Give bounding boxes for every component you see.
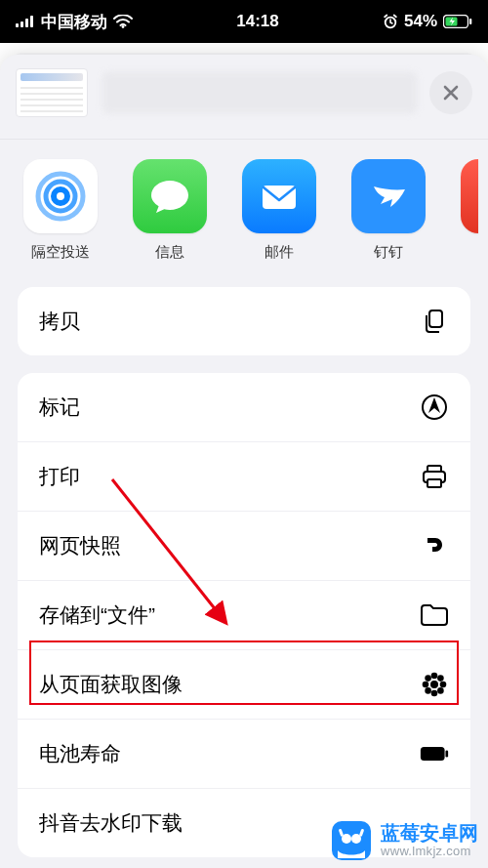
svg-point-24 — [437, 675, 444, 682]
flower-icon — [420, 670, 449, 699]
actions-group-2: 标记 打印 网页快照 存储到“文件” 从页面获取图像 — [18, 373, 470, 857]
share-sheet-header — [0, 55, 488, 140]
share-app-mail[interactable]: 邮件 — [242, 159, 316, 262]
action-copy[interactable]: 拷贝 — [18, 287, 470, 355]
airdrop-icon — [23, 159, 98, 233]
status-left: 中国移动 — [16, 11, 133, 33]
battery-icon — [443, 15, 472, 28]
share-app-label: 信息 — [155, 243, 184, 262]
share-app-more[interactable] — [461, 159, 478, 262]
action-label: 电池寿命 — [39, 740, 121, 767]
svg-point-23 — [425, 675, 431, 682]
svg-point-25 — [425, 687, 431, 694]
svg-rect-1 — [20, 21, 23, 27]
action-douyin-download[interactable]: 抖音去水印下载 — [18, 789, 470, 857]
webclip-icon — [420, 531, 449, 560]
battery-pct: 54% — [404, 12, 437, 31]
svg-rect-0 — [16, 23, 19, 27]
document-thumbnail — [16, 68, 88, 117]
action-label: 打印 — [39, 463, 80, 490]
share-app-label: 钉钉 — [374, 243, 403, 262]
action-print[interactable]: 打印 — [18, 442, 470, 512]
dingtalk-icon — [351, 159, 426, 233]
actions-group-1: 拷贝 — [18, 287, 470, 355]
svg-point-22 — [440, 682, 447, 688]
svg-point-10 — [46, 182, 75, 211]
svg-rect-13 — [429, 310, 442, 327]
action-label: 从页面获取图像 — [39, 671, 183, 698]
svg-point-9 — [54, 189, 67, 203]
carrier-label: 中国移动 — [41, 11, 107, 33]
svg-point-4 — [122, 25, 125, 28]
action-label: 抖音去水印下载 — [39, 809, 183, 837]
extra-app-icon — [461, 159, 478, 233]
share-app-messages[interactable]: 信息 — [133, 159, 207, 262]
battery-full-icon — [420, 739, 449, 768]
wifi-icon — [113, 15, 133, 28]
alarm-icon — [383, 14, 398, 29]
svg-rect-2 — [25, 19, 28, 27]
action-battery-life[interactable]: 电池寿命 — [18, 720, 470, 789]
status-time: 14:18 — [133, 12, 383, 31]
share-apps-row[interactable]: 隔空投送 信息 邮件 钉钉 — [0, 140, 488, 287]
share-sheet: 隔空投送 信息 邮件 钉钉 拷贝 — [0, 55, 488, 868]
status-bar: 中国移动 14:18 54% — [0, 0, 488, 43]
copy-icon — [420, 307, 449, 336]
download-icon — [420, 808, 449, 838]
markup-icon — [420, 393, 449, 422]
signal-icon — [16, 16, 35, 27]
svg-rect-3 — [30, 16, 33, 27]
svg-point-18 — [430, 681, 438, 688]
mail-icon — [242, 159, 316, 233]
svg-rect-12 — [263, 186, 296, 209]
status-right: 54% — [383, 12, 472, 31]
share-app-dingtalk[interactable]: 钉钉 — [351, 159, 426, 262]
share-app-label: 隔空投送 — [31, 243, 90, 262]
action-get-image[interactable]: 从页面获取图像 — [18, 650, 470, 720]
svg-point-20 — [431, 690, 438, 697]
svg-point-19 — [431, 673, 438, 680]
action-markup[interactable]: 标记 — [18, 373, 470, 442]
folder-icon — [420, 600, 449, 630]
action-save-to-files[interactable]: 存储到“文件” — [18, 581, 470, 650]
messages-icon — [133, 159, 207, 233]
print-icon — [420, 462, 449, 491]
action-label: 拷贝 — [39, 308, 80, 335]
document-title-blurred — [102, 71, 418, 114]
svg-rect-28 — [445, 750, 448, 757]
svg-rect-8 — [469, 19, 471, 24]
svg-rect-17 — [427, 479, 441, 487]
action-label: 网页快照 — [39, 532, 121, 559]
close-button[interactable] — [429, 71, 472, 114]
share-app-airdrop[interactable]: 隔空投送 — [23, 159, 98, 262]
svg-rect-27 — [421, 747, 445, 761]
close-icon — [442, 84, 460, 102]
svg-point-26 — [437, 687, 444, 694]
svg-point-21 — [423, 682, 429, 688]
action-label: 存储到“文件” — [39, 601, 155, 629]
action-label: 标记 — [39, 393, 80, 421]
action-webclip[interactable]: 网页快照 — [18, 512, 470, 581]
share-app-label: 邮件 — [264, 243, 294, 262]
